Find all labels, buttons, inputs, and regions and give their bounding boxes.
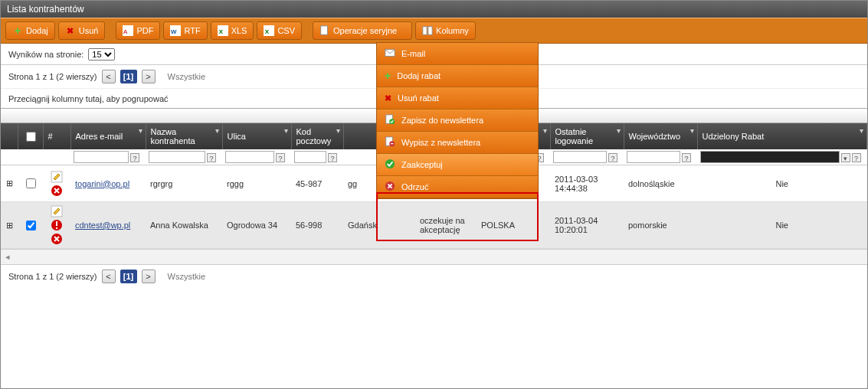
sort-icon[interactable]: ▾ [617,126,621,135]
horizontal-scrollbar[interactable]: ◂ [1,249,867,264]
dropdown-unsubscribe-label: Wypisz z newslettera [401,138,480,147]
svg-rect-24 [56,227,57,229]
pager-all-link[interactable]: Wszystkie [168,272,206,281]
email-link[interactable]: togarini@op.pl [75,179,129,188]
col-email[interactable]: Adres e-mail▾ [70,123,146,149]
document-icon [319,25,330,36]
dropdown-add-discount-label: Dodaj rabat [397,71,441,80]
x-circle-icon [385,181,395,193]
pager-next-button[interactable]: > [142,270,156,283]
cell-city: Gdańsk [343,202,415,249]
batch-operations-button[interactable]: Operacje seryjne [313,21,412,40]
x-icon: ✖ [65,25,76,36]
svg-rect-16 [391,143,394,144]
filter-street[interactable] [225,151,274,163]
filter-name[interactable] [149,151,205,163]
x-icon: ✖ [385,93,391,103]
perpage-select[interactable]: 15 [88,48,115,60]
col-actions[interactable]: # [43,123,70,149]
col-region[interactable]: Województwo▾ [624,123,697,149]
dropdown-add-discount[interactable]: + Dodaj rabat [377,65,538,87]
xls-icon: X [218,25,228,36]
cell-discount: Nie [697,202,867,249]
pager-prev-button[interactable]: < [102,270,116,283]
dropdown-accept-label: Zaakceptuj [401,160,443,169]
sort-icon[interactable]: ▾ [215,126,219,135]
dropdown-email[interactable]: E-mail [377,43,538,65]
svg-rect-8 [321,26,328,34]
edit-icon[interactable] [51,171,63,183]
col-checkbox[interactable] [18,123,43,149]
filter-discount[interactable] [700,151,840,163]
sort-icon[interactable]: ▾ [139,126,142,135]
pdf-button[interactable]: A PDF [116,21,160,40]
filter-icon[interactable]: ? [852,153,861,162]
window-title: Lista kontrahentów [7,4,84,15]
row-checkbox[interactable] [26,178,36,188]
dropdown-accept[interactable]: Zaakceptuj [377,154,538,176]
filter-email[interactable] [74,151,129,163]
col-zip[interactable]: Kod pocztowy▾ [291,123,343,149]
pager-current: [1] [120,270,137,283]
csv-button[interactable]: X CSV [257,21,302,40]
filter-icon[interactable]: ? [682,153,691,162]
table-row[interactable]: ⊞cdntest@wp.plAnna KowalskaOgrodowa 3456… [1,202,867,249]
batch-label: Operacje seryjne [333,26,397,35]
expand-button[interactable]: ⊞ [1,202,18,249]
pager-status: Strona 1 z 1 (2 wierszy) [8,72,97,81]
pager-all-link[interactable]: Wszystkie [168,72,206,81]
svg-point-17 [385,159,395,168]
filter-icon[interactable]: ? [130,153,139,162]
filter-icon[interactable]: ? [328,153,337,162]
filter-icon[interactable]: ? [207,153,216,162]
filter-lastlogin[interactable] [553,151,607,163]
cell-street: rggg [222,165,291,202]
sort-icon[interactable]: ▾ [543,126,547,135]
edit-icon[interactable] [51,205,63,217]
sort-icon[interactable]: ▾ [860,126,863,135]
rtf-button[interactable]: W RTF [163,21,207,40]
add-button[interactable]: + Dodaj [5,21,55,40]
dropdown-del-discount-label: Usuń rabat [398,93,439,103]
dropdown-unsubscribe[interactable]: Wypisz z newslettera [377,132,538,154]
col-discount[interactable]: Udzielony Rabat▾ [697,123,867,149]
pager-next-button[interactable]: > [142,70,156,83]
xls-button[interactable]: X XLS [211,21,254,40]
dropdown-del-discount[interactable]: ✖ Usuń rabat [377,87,538,110]
delete-row-icon[interactable] [51,233,63,245]
filter-region[interactable] [627,151,680,163]
filter-icon[interactable]: ? [276,153,285,162]
col-street[interactable]: Ulica▾ [222,123,291,149]
filter-icon[interactable]: ? [608,153,617,162]
col-name[interactable]: Nazwa kontrahenta▾ [146,123,222,149]
cell-lastlogin: 2011-03-03 14:44:38 [550,165,624,202]
sort-icon[interactable]: ▾ [284,126,288,135]
dropdown-subscribe[interactable]: Zapisz do newslettera [377,110,538,132]
perpage-label: Wyników na stronie: [8,50,84,59]
minus-doc-icon [385,136,395,149]
add-label: Dodaj [26,26,48,35]
row-checkbox[interactable] [26,221,36,230]
delete-button[interactable]: ✖ Usuń [58,21,106,40]
pdf-icon: A [123,25,133,36]
cell-lastlogin: 2011-03-04 10:20:01 [550,202,624,249]
cell-zip: 45-987 [291,165,343,202]
delete-row-icon[interactable] [51,185,63,197]
sort-icon[interactable]: ▾ [336,126,340,135]
sort-icon[interactable]: ▾ [690,126,694,135]
col-lastlogin[interactable]: Ostatnie logowanie▾ [550,123,624,149]
rtf-icon: W [170,25,181,36]
window: Lista kontrahentów + Dodaj ✖ Usuń A PDF … [0,0,868,389]
pager-prev-button[interactable]: < [102,70,116,83]
xls-label: XLS [231,26,247,35]
columns-button[interactable]: Kolumny [415,21,476,40]
svg-rect-10 [428,27,432,35]
expand-button[interactable]: ⊞ [1,165,18,202]
cell-status: oczekuje na akceptację [415,202,477,249]
select-all-checkbox[interactable] [26,132,36,142]
dropdown-icon[interactable]: ▾ [841,153,850,162]
email-link[interactable]: cdntest@wp.pl [75,221,130,230]
dropdown-reject[interactable]: Odrzuć [377,176,538,198]
filter-zip[interactable] [294,151,326,163]
cell-street: Ogrodowa 34 [222,202,291,249]
